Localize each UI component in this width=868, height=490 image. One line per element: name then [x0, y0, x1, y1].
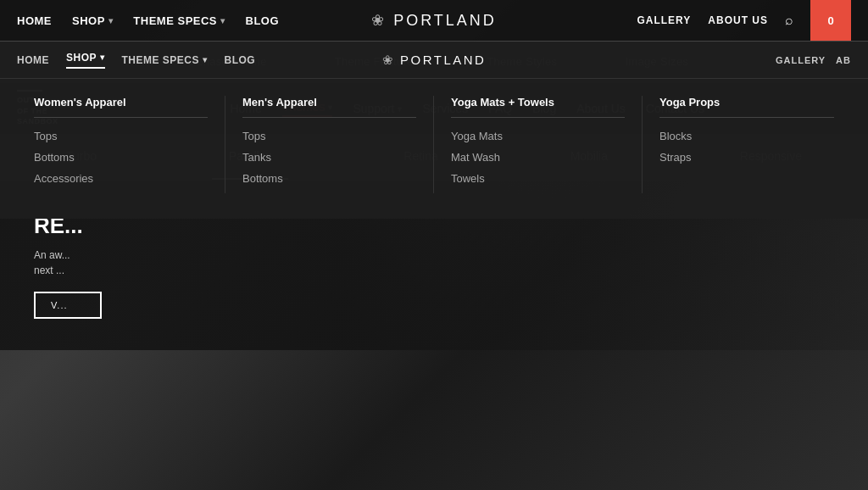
- yoga-mats-item[interactable]: Yoga Mats: [451, 130, 625, 142]
- mens-bottoms[interactable]: Bottoms: [242, 172, 416, 185]
- shop-header-shop[interactable]: SHOP ▾: [66, 52, 105, 69]
- shop-dropdown-header: HOME SHOP ▾ THEME SPECS ▾ BLOG ❀ PORTLAN…: [0, 42, 868, 79]
- shop-about-link[interactable]: AB: [836, 55, 851, 65]
- shop-col-mens: Men's Apparel Tops Tanks Bottoms: [225, 96, 434, 193]
- shop-dropdown-right: GALLERY AB: [776, 55, 851, 65]
- nav-about-us[interactable]: ABOUT US: [708, 14, 768, 26]
- logo-text: PORTLAND: [393, 12, 497, 30]
- theme-specs-chevron-icon: ▾: [220, 16, 225, 25]
- shop-col-yoga-props: Yoga Props Blocks Straps: [643, 96, 851, 193]
- shop-header-theme-specs[interactable]: THEME SPECS ▾: [122, 54, 208, 66]
- shop-dropdown-logo[interactable]: ❀ PORTLAND: [382, 53, 487, 68]
- nav-theme-specs[interactable]: THEME SPECS ▾: [133, 14, 225, 27]
- shop-header-home[interactable]: HOME: [17, 54, 49, 66]
- nav-home[interactable]: HOME: [17, 14, 52, 27]
- yoga-props-header: Yoga Props: [659, 96, 834, 118]
- shop-lotus-icon: ❀: [382, 53, 396, 68]
- blocks-item[interactable]: Blocks: [659, 130, 834, 142]
- nav-gallery[interactable]: GALLERY: [637, 14, 691, 26]
- womens-tops[interactable]: Tops: [34, 130, 208, 142]
- mens-tanks[interactable]: Tanks: [242, 151, 416, 164]
- top-nav-left: HOME SHOP ▾ THEME SPECS ▾ BLOG: [17, 14, 279, 27]
- shop-col-womens: Women's Apparel Tops Bottoms Accessories: [17, 96, 225, 193]
- site-logo[interactable]: ❀ PORTLAND: [371, 11, 497, 30]
- hero-cta-button[interactable]: V...: [34, 292, 102, 319]
- towels-item[interactable]: Towels: [451, 172, 625, 185]
- yoga-mats-header: Yoga Mats + Towels: [451, 96, 625, 118]
- shop-logo-text: PORTLAND: [400, 53, 486, 67]
- top-navigation: HOME SHOP ▾ THEME SPECS ▾ BLOG ❀ PORTLAN…: [0, 0, 868, 41]
- shop-col-yoga-mats: Yoga Mats + Towels Yoga Mats Mat Wash To…: [434, 96, 643, 193]
- nav-shop[interactable]: SHOP ▾: [72, 14, 113, 27]
- shop-dropdown-overlay: HOME SHOP ▾ THEME SPECS ▾ BLOG ❀ PORTLAN…: [0, 41, 868, 219]
- shop-dropdown-body: Women's Apparel Tops Bottoms Accessories…: [0, 79, 868, 219]
- top-nav-right: GALLERY ABOUT US ⌕ 0: [637, 0, 851, 41]
- womens-bottoms[interactable]: Bottoms: [34, 151, 208, 164]
- mens-tops[interactable]: Tops: [242, 130, 416, 142]
- mat-wash-item[interactable]: Mat Wash: [451, 151, 625, 164]
- shop-gallery-link[interactable]: GALLERY: [776, 55, 826, 65]
- straps-item[interactable]: Straps: [659, 151, 834, 164]
- cart-button[interactable]: 0: [810, 0, 851, 41]
- womens-accessories[interactable]: Accessories: [34, 172, 208, 185]
- search-icon[interactable]: ⌕: [785, 13, 793, 28]
- shop-header-specs-chevron: ▾: [203, 55, 208, 64]
- nav-blog[interactable]: BLOG: [246, 14, 280, 27]
- shop-chevron-icon: ▾: [108, 16, 114, 25]
- shop-header-shop-chevron: ▾: [100, 53, 105, 62]
- lotus-icon: ❀: [371, 11, 387, 30]
- hero-subtitle: An aw...next ...: [34, 248, 288, 278]
- womens-apparel-header: Women's Apparel: [34, 96, 208, 118]
- shop-header-blog[interactable]: BLOG: [225, 54, 256, 66]
- mens-apparel-header: Men's Apparel: [242, 96, 416, 118]
